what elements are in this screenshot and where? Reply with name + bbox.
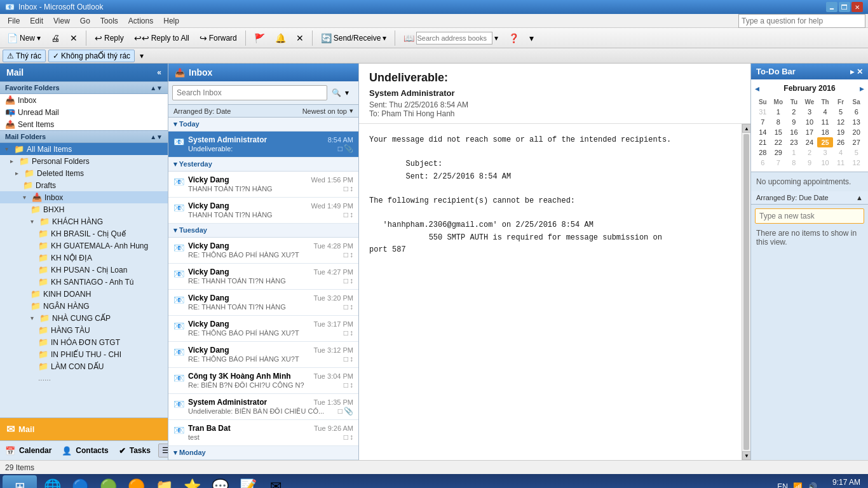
- cal-next-button[interactable]: ▸: [860, 83, 864, 93]
- inbox-folder[interactable]: ▾ 📥 Inbox: [0, 191, 168, 203]
- taskbar-skype[interactable]: 💬: [207, 475, 233, 488]
- address-book-input[interactable]: [416, 32, 492, 44]
- toolbar2-options[interactable]: ▾: [140, 51, 144, 60]
- cal-day[interactable]: 5: [833, 107, 849, 117]
- menu-help[interactable]: Help: [158, 15, 184, 27]
- search-options-icon[interactable]: ▾: [345, 88, 349, 97]
- in-phieu-thu-folder[interactable]: 📁 IN PHIẾU THU - CHI: [0, 348, 168, 360]
- sort-icon[interactable]: ↕: [349, 381, 353, 390]
- sort-icon[interactable]: ↕: [349, 210, 353, 219]
- help-button[interactable]: ❓: [504, 30, 524, 46]
- sort-icon[interactable]: ↕: [349, 329, 353, 337]
- kh-santiago-folder[interactable]: 📁 KH SANTIAGO - Anh Tú: [0, 276, 168, 288]
- menu-tools[interactable]: Tools: [95, 15, 123, 27]
- mail-item[interactable]: 📧 Vicky Dang Tue 4:27 PM RE: THANH TOÁN …: [168, 264, 358, 290]
- mail-item[interactable]: 📧 Vicky Dang Tue 3:20 PM RE: THANH TOÁN …: [168, 290, 358, 316]
- cal-day[interactable]: 4: [833, 147, 849, 158]
- cal-day[interactable]: 6: [755, 158, 771, 168]
- start-button[interactable]: ⊞: [3, 475, 37, 488]
- cal-day[interactable]: 1: [771, 107, 787, 117]
- menu-actions[interactable]: Actions: [123, 15, 158, 27]
- cal-day[interactable]: 12: [848, 158, 864, 168]
- sort-icon[interactable]: ↕: [349, 302, 353, 311]
- mail-flag-icon[interactable]: □: [338, 144, 342, 153]
- ngan-hang-folder[interactable]: 📁 NGÂN HÀNG: [0, 300, 168, 312]
- cal-day[interactable]: 10: [802, 117, 818, 127]
- reading-pane-scrollbar[interactable]: ▲ ▼: [742, 124, 750, 460]
- cal-day[interactable]: 12: [833, 117, 849, 127]
- flag-icon[interactable]: □: [344, 276, 348, 285]
- mail-item[interactable]: 📧 Vicky Dang Wed 1:49 PM THANH TOÁN TI?N…: [168, 198, 358, 224]
- flag-icon[interactable]: □: [344, 433, 348, 442]
- flag-icon[interactable]: □: [344, 210, 348, 219]
- cal-day[interactable]: 8: [771, 117, 787, 127]
- kh-noi-dia-folder[interactable]: 📁 KH NỘI ĐỊA: [0, 252, 168, 264]
- maximize-button[interactable]: 🗖: [839, 2, 850, 12]
- flag-icon[interactable]: □: [344, 302, 348, 311]
- taskbar-ie[interactable]: 🌐: [39, 475, 65, 488]
- cal-day[interactable]: 16: [786, 127, 802, 137]
- favorite-unread[interactable]: 📭 Unread Mail: [0, 106, 168, 118]
- cal-day[interactable]: 13: [848, 117, 864, 127]
- cal-day[interactable]: 4: [817, 107, 833, 117]
- sort-icon[interactable]: ↕: [349, 433, 353, 442]
- cal-day[interactable]: 11: [817, 117, 833, 127]
- flag-icon[interactable]: □: [344, 329, 348, 337]
- help-input[interactable]: [738, 14, 865, 28]
- hang-tau-folder[interactable]: 📁 HÀNG TÀU: [0, 324, 168, 336]
- in-hoa-don-folder[interactable]: 📁 IN HÓA ĐƠN GTGT: [0, 336, 168, 348]
- forward-button[interactable]: ↪ Forward: [195, 30, 241, 46]
- cal-day[interactable]: 3: [802, 107, 818, 117]
- mail-item[interactable]: 📧 Vicky Dang Wed 1:56 PM THANH TOÁN TI?N…: [168, 172, 358, 198]
- cal-day[interactable]: 17: [802, 127, 818, 137]
- collapse-button[interactable]: «: [157, 68, 161, 77]
- todo-close-button[interactable]: ✕: [857, 67, 863, 76]
- cal-day-today[interactable]: 25: [817, 137, 833, 147]
- sort-icon[interactable]: ↕: [349, 250, 353, 259]
- cal-day[interactable]: 23: [786, 137, 802, 147]
- menu-file[interactable]: File: [3, 15, 25, 27]
- reply-button[interactable]: ↩ Reply: [90, 30, 128, 46]
- khach-hang-folder[interactable]: ▾ 📁 KHÁCH HÀNG: [0, 215, 168, 227]
- expand-today-icon[interactable]: ▾: [173, 120, 177, 128]
- cal-day[interactable]: 18: [817, 127, 833, 137]
- taskbar-chrome[interactable]: 🔵: [67, 475, 93, 488]
- send-receive-button[interactable]: 🔄 Send/Receive ▾: [316, 30, 391, 46]
- lam-con-dau-folder[interactable]: 📁 LÀM CON DẤU: [0, 360, 168, 372]
- flag-icon[interactable]: □: [344, 184, 348, 193]
- nav-tasks[interactable]: ✔ Tasks: [114, 441, 156, 460]
- mail-item[interactable]: 📧 Vicky Dang Tue 3:17 PM RE: THÔNG BÁO P…: [168, 316, 358, 342]
- mail-folders-header[interactable]: Mail Folders ▲▼: [0, 130, 168, 143]
- deleted-items[interactable]: ▸ 📁 Deleted Items: [0, 167, 168, 179]
- cal-day[interactable]: 29: [771, 147, 787, 158]
- cal-day[interactable]: 14: [755, 127, 771, 137]
- mail-item[interactable]: 📧 Vicky Dang Tue 3:12 PM RE: THÔNG BÁO P…: [168, 342, 358, 368]
- cal-day[interactable]: 9: [802, 158, 818, 168]
- cal-day[interactable]: 11: [833, 158, 849, 168]
- nav-mail[interactable]: ✉ Mail: [0, 418, 168, 440]
- cal-day[interactable]: 21: [755, 137, 771, 147]
- kh-brasil-folder[interactable]: 📁 KH BRASIL - Chị Quế: [0, 227, 168, 240]
- sort-icon[interactable]: ↕: [349, 276, 353, 285]
- sort-icon[interactable]: ↕: [349, 184, 353, 193]
- print-button[interactable]: 🖨: [46, 30, 64, 46]
- mail-item[interactable]: 📧 Công ty 3K Hoàng Anh Minh Tue 3:04 PM …: [168, 368, 358, 394]
- cal-prev-button[interactable]: ◂: [755, 83, 759, 93]
- new-task-input[interactable]: [755, 208, 864, 224]
- cal-day[interactable]: 10: [817, 158, 833, 168]
- mail-item[interactable]: 📧 Vicky Dang Tue 4:28 PM RE: THÔNG BÁO P…: [168, 238, 358, 264]
- taskbar-app4[interactable]: 🟠: [123, 475, 149, 488]
- not-spam-button[interactable]: ✓ Không phaỐi thý rác: [48, 50, 135, 62]
- flag-icon[interactable]: □: [344, 250, 348, 259]
- new-button[interactable]: 📄 New ▾: [3, 30, 45, 46]
- favorite-folders-header[interactable]: Favorite Folders ▲▼: [0, 81, 168, 94]
- expand-monday-icon[interactable]: ▾: [173, 449, 177, 456]
- cal-day[interactable]: 8: [786, 158, 802, 168]
- scroll-thumb[interactable]: [743, 134, 749, 450]
- cal-day[interactable]: 31: [755, 107, 771, 117]
- taskbar-app6[interactable]: ⭐: [179, 475, 205, 488]
- sort-arrows-icon[interactable]: ▾: [349, 107, 353, 115]
- cal-day[interactable]: 27: [848, 137, 864, 147]
- cal-day[interactable]: 28: [755, 147, 771, 158]
- flag-icon[interactable]: □: [344, 355, 348, 363]
